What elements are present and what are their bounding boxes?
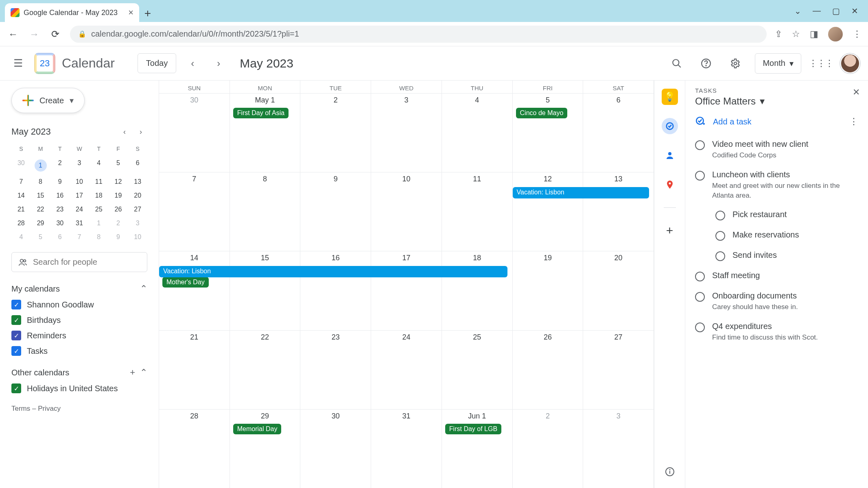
day-cell[interactable]: Jun 1First Day of LGB (442, 410, 513, 488)
create-button[interactable]: Create ▾ (11, 88, 85, 113)
calendar-event[interactable]: First Day of Asia (233, 108, 289, 118)
task-radio[interactable] (695, 272, 705, 281)
day-cell[interactable]: 18 (442, 251, 513, 330)
close-panel-icon[interactable]: ✕ (853, 87, 860, 98)
task-radio[interactable] (695, 140, 705, 150)
tasks-rail-icon[interactable] (662, 118, 678, 134)
minimize-icon[interactable]: ― (813, 6, 821, 16)
close-tab-icon[interactable]: × (128, 7, 133, 18)
tasks-more-icon[interactable]: ⋮ (849, 116, 858, 127)
reload-button[interactable]: ⟳ (49, 28, 62, 40)
mini-day[interactable]: 1 (31, 156, 50, 175)
help-icon[interactable] (696, 54, 716, 73)
mini-day[interactable]: 7 (70, 230, 89, 244)
calendar-item[interactable]: Holidays in United States (11, 383, 147, 393)
mini-day[interactable]: 5 (31, 230, 50, 244)
mini-day[interactable]: 10 (128, 230, 147, 244)
search-people-input[interactable] (33, 257, 140, 267)
calendar-event[interactable]: First Day of LGB (445, 424, 501, 434)
mini-day[interactable]: 22 (31, 203, 50, 216)
calendar-checkbox[interactable] (11, 315, 21, 325)
day-cell[interactable]: 30 (300, 410, 371, 488)
calendar-checkbox[interactable] (11, 331, 21, 340)
day-cell[interactable]: 14Mother's Day (159, 251, 230, 330)
day-cell[interactable]: 21 (159, 331, 230, 409)
close-window-icon[interactable]: ✕ (851, 6, 858, 16)
forward-button[interactable]: → (28, 28, 41, 40)
day-cell[interactable]: 8 (230, 172, 301, 251)
mini-next-button[interactable]: › (134, 125, 147, 138)
day-cell[interactable]: 2 (300, 94, 371, 172)
mini-day[interactable]: 17 (70, 189, 89, 203)
mini-day[interactable]: 2 (50, 156, 70, 175)
mini-day[interactable]: 3 (70, 156, 89, 175)
mini-day[interactable]: 23 (50, 203, 70, 216)
calendar-event[interactable]: Mother's Day (162, 277, 209, 288)
mini-day[interactable]: 3 (128, 216, 147, 230)
day-cell[interactable]: 3 (371, 94, 442, 172)
mini-day[interactable]: 13 (128, 175, 147, 189)
calendar-checkbox[interactable] (11, 300, 21, 309)
day-cell[interactable]: May 1First Day of Asia (230, 94, 301, 172)
task-radio[interactable] (695, 292, 705, 302)
info-icon[interactable] (662, 464, 678, 480)
mini-day[interactable]: 1 (89, 216, 109, 230)
back-button[interactable]: ← (7, 28, 20, 40)
chevron-down-icon[interactable]: ⌄ (794, 6, 801, 16)
apps-grid-icon[interactable]: ⋮⋮⋮ (811, 54, 831, 73)
mini-day[interactable]: 7 (11, 175, 31, 189)
calendar-item[interactable]: Tasks (11, 346, 147, 356)
mini-day[interactable]: 4 (89, 156, 109, 175)
mini-day[interactable]: 19 (109, 189, 128, 203)
hamburger-menu-icon[interactable]: ☰ (8, 54, 28, 73)
mini-day[interactable]: 21 (11, 203, 31, 216)
mini-day[interactable]: 28 (11, 216, 31, 230)
mini-day[interactable]: 9 (109, 230, 128, 244)
day-cell[interactable]: 16 (300, 251, 371, 330)
task-radio[interactable] (715, 251, 725, 261)
browser-tab[interactable]: Google Calendar - May 2023 × (5, 3, 139, 22)
browser-profile-avatar[interactable] (828, 27, 843, 41)
day-cell[interactable]: 27 (583, 331, 654, 409)
day-cell[interactable]: 29Memorial Day (230, 410, 301, 488)
mini-day[interactable]: 30 (50, 216, 70, 230)
task-radio[interactable] (715, 211, 725, 220)
day-cell[interactable]: 6 (583, 94, 654, 172)
contacts-icon[interactable] (662, 147, 678, 163)
task-radio[interactable] (715, 231, 725, 241)
task-item[interactable]: Staff meeting (695, 266, 858, 286)
mini-day[interactable]: 11 (89, 175, 109, 189)
mini-day[interactable]: 4 (11, 230, 31, 244)
mini-day[interactable]: 12 (109, 175, 128, 189)
day-cell[interactable]: 4 (442, 94, 513, 172)
mini-day[interactable]: 10 (70, 175, 89, 189)
mini-day[interactable]: 26 (109, 203, 128, 216)
day-cell[interactable]: 3 (583, 410, 654, 488)
day-cell[interactable]: 11 (442, 172, 513, 251)
mini-day[interactable]: 8 (31, 175, 50, 189)
browser-menu-icon[interactable]: ⋮ (853, 29, 861, 39)
calendar-item[interactable]: Birthdays (11, 315, 147, 325)
task-item[interactable]: Onboarding documentsCarey should have th… (695, 286, 858, 317)
settings-gear-icon[interactable] (726, 54, 745, 73)
day-cell[interactable]: 20 (583, 251, 654, 330)
day-cell[interactable]: 26 (513, 331, 584, 409)
view-selector[interactable]: Month▾ (755, 53, 801, 74)
day-cell[interactable]: 12 (513, 172, 584, 251)
day-cell[interactable]: 24 (371, 331, 442, 409)
day-cell[interactable]: 28 (159, 410, 230, 488)
calendar-item[interactable]: Shannon Goodlaw (11, 300, 147, 309)
mini-day[interactable]: 15 (31, 189, 50, 203)
add-calendar-icon[interactable]: + (130, 367, 135, 378)
share-icon[interactable]: ⇪ (775, 29, 782, 39)
search-icon[interactable] (667, 54, 687, 73)
calendar-event[interactable]: Memorial Day (233, 424, 282, 434)
task-item[interactable]: Luncheon with clientsMeet and greet with… (695, 165, 858, 205)
prev-period-button[interactable]: ‹ (183, 54, 202, 73)
mini-day[interactable]: 25 (89, 203, 109, 216)
other-calendars-header[interactable]: Other calendars + ⌃ (11, 367, 147, 378)
task-item[interactable]: Q4 expendituresFind time to discuss this… (695, 317, 858, 347)
day-cell[interactable]: 2 (513, 410, 584, 488)
mini-day[interactable]: 6 (128, 156, 147, 175)
next-period-button[interactable]: › (209, 54, 228, 73)
